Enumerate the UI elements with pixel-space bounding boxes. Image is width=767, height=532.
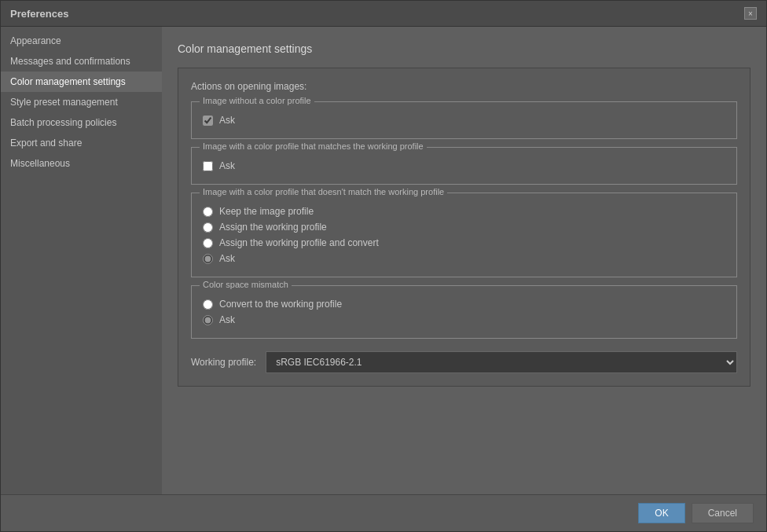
group-no-profile: Image without a color profile Ask xyxy=(191,101,737,139)
option-mismatch-ask: Ask xyxy=(203,314,725,325)
title-bar: Preferences × xyxy=(1,1,766,27)
label-nonmatch-ask: Ask xyxy=(219,253,235,264)
sidebar-item-style-preset[interactable]: Style preset management xyxy=(1,92,162,112)
label-convert-working-profile: Convert to the working profile xyxy=(219,299,342,310)
legend-color-space-mismatch: Color space mismatch xyxy=(200,280,292,289)
label-matching-ask: Ask xyxy=(219,160,235,171)
sidebar-item-messages[interactable]: Messages and confirmations xyxy=(1,51,162,72)
option-assign-working-profile: Assign the working profile xyxy=(203,222,725,233)
checkbox-no-profile-ask[interactable] xyxy=(203,116,213,126)
sidebar-item-batch-processing[interactable]: Batch processing policies xyxy=(1,112,162,133)
radio-assign-working-profile[interactable] xyxy=(203,222,213,233)
option-convert-working-profile: Convert to the working profile xyxy=(203,299,725,310)
cancel-button[interactable]: Cancel xyxy=(692,503,754,523)
radio-nonmatch-ask[interactable] xyxy=(203,254,213,264)
radio-assign-convert[interactable] xyxy=(203,238,213,248)
sidebar: Appearance Messages and confirmations Co… xyxy=(1,27,162,494)
section-title: Color management settings xyxy=(178,42,750,55)
label-no-profile-ask: Ask xyxy=(219,115,235,126)
group-matching-profile: Image with a color profile that matches … xyxy=(191,147,737,185)
main-content: Color management settings Actions on ope… xyxy=(162,27,766,494)
label-assign-working-profile: Assign the working profile xyxy=(219,222,327,233)
legend-non-matching-profile: Image with a color profile that doesn't … xyxy=(200,187,447,196)
actions-label: Actions on opening images: xyxy=(191,81,737,92)
legend-matching-profile: Image with a color profile that matches … xyxy=(200,141,427,151)
group-non-matching-profile: Image with a color profile that doesn't … xyxy=(191,193,737,277)
sidebar-item-export-share[interactable]: Export and share xyxy=(1,133,162,153)
dialog-title: Preferences xyxy=(10,8,68,20)
option-nonmatch-ask: Ask xyxy=(203,253,725,264)
label-assign-convert: Assign the working profile and convert xyxy=(219,237,379,248)
radio-mismatch-ask[interactable] xyxy=(203,315,213,325)
sidebar-item-miscellaneous[interactable]: Miscellaneous xyxy=(1,153,162,174)
checkbox-matching-ask[interactable] xyxy=(203,161,213,171)
radio-keep-image-profile[interactable] xyxy=(203,207,213,217)
group-color-space-mismatch: Color space mismatch Convert to the work… xyxy=(191,285,737,339)
radio-convert-working-profile[interactable] xyxy=(203,299,213,310)
dialog-footer: OK Cancel xyxy=(1,494,766,531)
close-button[interactable]: × xyxy=(744,7,757,20)
option-matching-ask: Ask xyxy=(203,160,725,171)
working-profile-label: Working profile: xyxy=(191,357,256,368)
label-keep-image-profile: Keep the image profile xyxy=(219,206,314,217)
preferences-dialog: Preferences × Appearance Messages and co… xyxy=(0,0,767,532)
legend-no-profile: Image without a color profile xyxy=(200,96,314,105)
option-no-profile-ask: Ask xyxy=(203,115,725,126)
option-keep-image-profile: Keep the image profile xyxy=(203,206,725,217)
sidebar-item-appearance[interactable]: Appearance xyxy=(1,31,162,51)
working-profile-row: Working profile: sRGB IEC61966-2.1 Adobe… xyxy=(191,351,737,373)
option-assign-convert: Assign the working profile and convert xyxy=(203,237,725,248)
content-area: Actions on opening images: Image without… xyxy=(178,68,750,387)
label-mismatch-ask: Ask xyxy=(219,314,235,325)
working-profile-select[interactable]: sRGB IEC61966-2.1 Adobe RGB (1998) ProPh… xyxy=(266,351,737,373)
dialog-body: Appearance Messages and confirmations Co… xyxy=(1,27,766,494)
sidebar-item-color-management[interactable]: Color management settings xyxy=(1,72,162,92)
ok-button[interactable]: OK xyxy=(638,503,684,523)
